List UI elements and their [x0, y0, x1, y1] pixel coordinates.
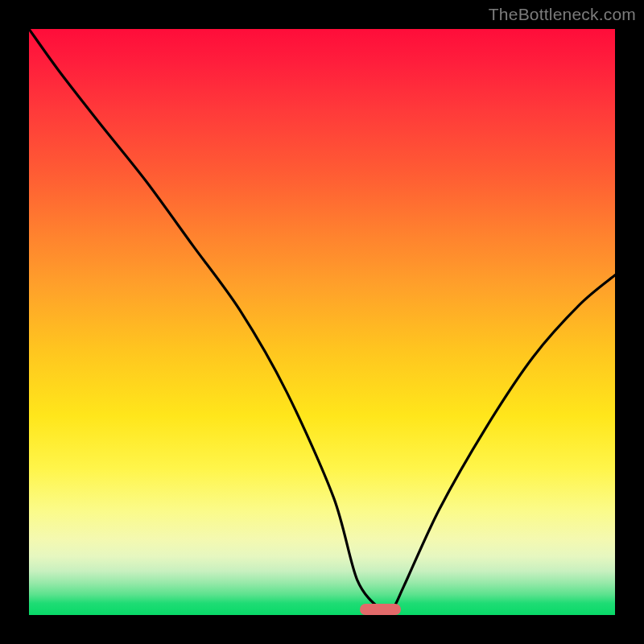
watermark-text: TheBottleneck.com [489, 5, 636, 24]
chart-frame: TheBottleneck.com [0, 0, 644, 644]
plot-area [29, 29, 615, 615]
bottleneck-curve [29, 29, 615, 615]
optimal-point-marker [360, 604, 401, 615]
